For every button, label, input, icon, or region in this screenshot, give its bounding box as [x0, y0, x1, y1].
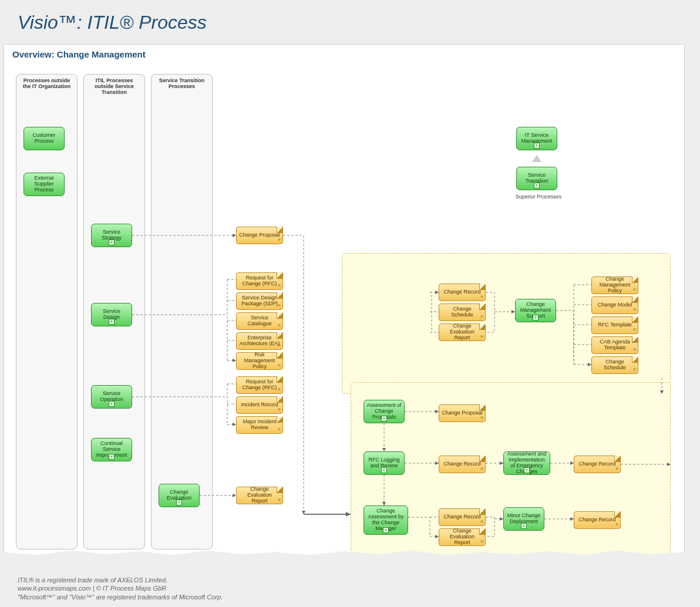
- chevron-icon: »: [633, 307, 636, 313]
- label: Change Record: [443, 289, 480, 295]
- footer-line-1: ITIL® is a registered trade mark of AXEL…: [18, 576, 223, 584]
- doc-cab-agenda-template[interactable]: CAB Agenda Template»: [591, 336, 638, 354]
- process-minor-change-deployment[interactable]: Minor Change Deployment+: [503, 507, 544, 531]
- hierarchy-triangle-icon: [532, 155, 541, 162]
- label: Change Record: [578, 461, 615, 467]
- lane-header: ITIL Processes outside Service Transitio…: [84, 75, 144, 99]
- expand-icon[interactable]: +: [381, 467, 387, 473]
- label: Change Evaluation Report: [239, 487, 280, 504]
- doc-rfc-2[interactable]: Request for Change (RFC)»: [236, 376, 283, 394]
- doc-incident-record[interactable]: Incident Record»: [236, 396, 283, 414]
- chevron-icon: »: [633, 287, 636, 293]
- label: Change Schedule: [594, 359, 635, 371]
- process-it-service-management[interactable]: IT Service Management+: [516, 127, 557, 150]
- expand-icon[interactable]: +: [534, 183, 540, 188]
- doc-change-schedule-out[interactable]: Change Schedule»: [591, 356, 638, 374]
- process-assess-emergency-changes[interactable]: Assessment and Implementation of Emergen…: [503, 451, 550, 475]
- doc-change-proposal-2[interactable]: Change Proposal»: [439, 404, 486, 422]
- chevron-icon: »: [278, 363, 281, 369]
- label: Customer Process: [26, 133, 62, 144]
- process-change-assessment-by-mgr[interactable]: Change Assessment by the Change Manager+: [364, 505, 408, 535]
- doc-service-catalogue[interactable]: Service Catalogue»: [236, 312, 283, 330]
- doc-enterprise-architecture[interactable]: Enterprise Architecture (EA)»: [236, 332, 283, 350]
- chevron-icon: »: [278, 427, 281, 433]
- doc-change-mgmt-policy[interactable]: Change Management Policy»: [591, 276, 638, 294]
- label: Change Evaluation Report: [442, 323, 483, 341]
- label: Change Schedule: [442, 306, 483, 318]
- chevron-icon: »: [480, 294, 483, 300]
- chevron-icon: »: [633, 347, 636, 353]
- expand-icon[interactable]: +: [521, 523, 527, 529]
- expand-icon[interactable]: +: [533, 315, 539, 321]
- chevron-icon: »: [278, 283, 281, 289]
- process-assess-change-proposals[interactable]: Assessment of Change Proposals+: [364, 400, 405, 423]
- doc-change-record-4[interactable]: Change Record»: [439, 508, 486, 526]
- process-external-supplier[interactable]: External Supplier Process: [23, 173, 65, 196]
- footer-line-3: "Microsoft™" and "Visio™" are registered…: [18, 593, 223, 601]
- label: External Supplier Process: [26, 176, 62, 193]
- diagram-canvas: Overview: Change Management Processes ou…: [4, 44, 685, 561]
- label: Change Record: [443, 514, 480, 520]
- chevron-icon: »: [480, 466, 483, 472]
- doc-change-record-cms-in[interactable]: Change Record»: [439, 284, 486, 301]
- chevron-icon: »: [278, 237, 281, 243]
- chevron-icon: »: [480, 334, 483, 340]
- expand-icon[interactable]: +: [383, 527, 389, 533]
- process-rfc-logging-review[interactable]: RFC Logging and Review+: [364, 451, 405, 475]
- doc-change-eval-report-cms-in[interactable]: Change Evaluation Report»: [439, 323, 486, 341]
- label: Change Proposal: [442, 410, 483, 416]
- doc-change-record-5[interactable]: Change Record»: [574, 511, 621, 529]
- process-service-transition[interactable]: Service Transition+: [516, 167, 557, 190]
- label: Service Catalogue: [239, 315, 280, 327]
- label: Change Proposal: [239, 232, 280, 238]
- label: Change Model: [598, 302, 632, 308]
- chevron-icon: »: [480, 314, 483, 320]
- doc-rfc-template[interactable]: RFC Template»: [591, 316, 638, 334]
- expand-icon[interactable]: +: [524, 467, 530, 473]
- doc-change-proposal[interactable]: Change Proposal»: [236, 227, 283, 244]
- expand-icon[interactable]: +: [109, 319, 115, 325]
- doc-major-incident-review[interactable]: Major Incident Review»: [236, 416, 283, 434]
- process-service-strategy[interactable]: Service Strategy+: [91, 224, 132, 247]
- process-service-operation[interactable]: Service Operation+: [91, 385, 132, 409]
- expand-icon[interactable]: +: [109, 401, 115, 407]
- chevron-icon: »: [278, 343, 281, 349]
- doc-change-eval-report[interactable]: Change Evaluation Report»: [236, 487, 283, 504]
- expand-icon[interactable]: +: [534, 143, 540, 149]
- process-customer[interactable]: Customer Process: [23, 127, 65, 150]
- chevron-icon: »: [278, 323, 281, 329]
- overview-title: Overview: Change Management: [12, 49, 146, 59]
- chevron-icon: »: [615, 522, 618, 528]
- label: Change Management Policy: [594, 276, 635, 294]
- process-change-evaluation[interactable]: Change Evaluation+: [159, 484, 200, 507]
- expand-icon[interactable]: +: [176, 500, 182, 505]
- torn-edge-right: [682, 44, 700, 561]
- superior-processes-label: Superior Processes: [512, 194, 565, 200]
- chevron-icon: »: [615, 466, 618, 472]
- chevron-icon: »: [480, 539, 483, 545]
- doc-change-eval-report-2[interactable]: Change Evaluation Report»: [439, 528, 486, 546]
- process-service-design[interactable]: Service Design+: [91, 303, 132, 326]
- doc-change-schedule-cms-in[interactable]: Change Schedule»: [439, 304, 486, 321]
- label: Incident Record: [241, 402, 278, 408]
- label: Service Design Package (SDP): [239, 295, 280, 307]
- process-csi[interactable]: Continual Service Improvement+: [91, 438, 132, 461]
- label: CAB Agenda Template: [594, 339, 635, 351]
- doc-risk-mgmt-policy[interactable]: Risk Management Policy»: [236, 352, 283, 370]
- expand-icon[interactable]: +: [381, 416, 387, 421]
- doc-change-record-3[interactable]: Change Record»: [574, 456, 621, 473]
- lane-header: Processes outside the IT Organization: [16, 75, 77, 93]
- doc-change-record-2[interactable]: Change Record»: [439, 456, 486, 473]
- doc-rfc[interactable]: Request for Change (RFC)»: [236, 272, 283, 290]
- expand-icon[interactable]: +: [109, 240, 115, 245]
- label: Change Evaluation Report: [442, 528, 483, 546]
- lane-service-transition: Service Transition Processes: [151, 74, 213, 549]
- expand-icon[interactable]: +: [109, 454, 115, 460]
- footer-credits: ITIL® is a registered trade mark of AXEL…: [18, 576, 223, 601]
- chevron-icon: »: [480, 415, 483, 421]
- label: Change Record: [578, 517, 615, 523]
- chevron-icon: »: [633, 367, 636, 373]
- doc-sdp[interactable]: Service Design Package (SDP)»: [236, 292, 283, 310]
- process-change-mgmt-support[interactable]: Change Management Support+: [515, 299, 556, 322]
- doc-change-model[interactable]: Change Model»: [591, 296, 638, 314]
